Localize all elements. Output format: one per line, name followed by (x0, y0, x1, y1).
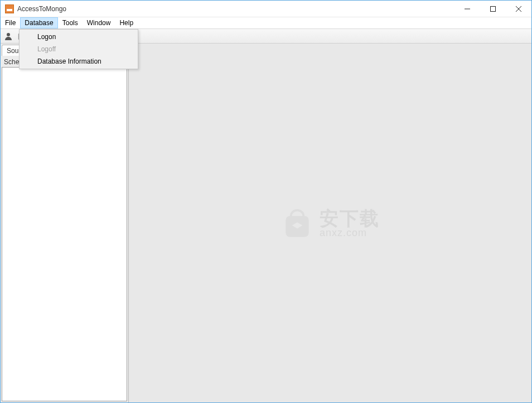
app-window: AccessToMongo File Database Tools Window… (0, 0, 532, 403)
minimize-button[interactable] (454, 1, 480, 17)
maximize-icon (490, 6, 496, 12)
client-area: Source Schema 安下载 anxz.com (1, 44, 531, 402)
close-button[interactable] (506, 1, 531, 17)
sidebar: Source Schema (1, 44, 129, 402)
watermark-en: anxz.com (320, 228, 380, 238)
user-icon (4, 32, 13, 41)
titlebar: AccessToMongo (1, 1, 531, 17)
main-area: 安下载 anxz.com (129, 44, 531, 402)
schema-tree[interactable] (2, 67, 127, 401)
sidebar-panel: Schema (1, 56, 128, 402)
menu-file[interactable]: File (1, 17, 20, 28)
menu-tools[interactable]: Tools (58, 17, 83, 28)
menu-item-logon[interactable]: Logon (21, 31, 137, 43)
menu-help[interactable]: Help (115, 17, 138, 28)
close-icon (516, 6, 521, 12)
menu-item-logoff: Logoff (21, 43, 137, 55)
menu-window[interactable]: Window (83, 17, 115, 28)
watermark-cn: 安下载 (320, 209, 380, 228)
watermark: 安下载 anxz.com (280, 207, 380, 240)
svg-point-4 (7, 33, 10, 36)
svg-rect-1 (491, 6, 496, 11)
menu-item-database-information[interactable]: Database Information (21, 55, 137, 68)
bag-icon (280, 207, 314, 240)
minimize-icon (465, 6, 470, 12)
menu-database[interactable]: Database (20, 17, 57, 28)
window-title: AccessToMongo (17, 5, 66, 13)
toolbar-user-button[interactable] (3, 31, 14, 42)
svg-rect-6 (286, 215, 308, 237)
database-dropdown: Logon Logoff Database Information (19, 29, 138, 69)
app-icon (5, 4, 14, 13)
menubar: File Database Tools Window Help Logon Lo… (1, 17, 531, 29)
maximize-button[interactable] (480, 1, 506, 17)
